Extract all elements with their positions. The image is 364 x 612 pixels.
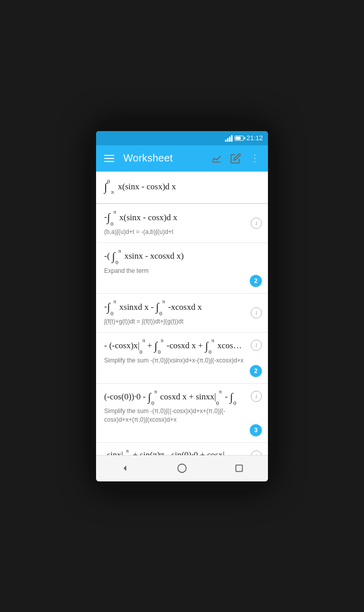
- home-button[interactable]: [169, 458, 195, 478]
- back-icon: [119, 463, 130, 474]
- math-section-5: (-cos(0))·0 - ∫0π cosxd x + sinxx|0π - ∫…: [96, 384, 268, 443]
- math-hint-4: Simplify the sum -(π,0)∫(xsinx)d+x-(π,0)…: [104, 356, 246, 365]
- step-badge-2: 2: [250, 275, 262, 287]
- app-bar-actions: [210, 152, 261, 165]
- more-icon: [249, 153, 260, 164]
- app-bar: Worksheet: [96, 145, 268, 172]
- math-section-3: -∫0π xsinxd x - ∫0π -xcosxd x ∫(f(t)+g(t…: [96, 294, 268, 333]
- math-expr-6: -sinx|0π + sin(π)π - sin(0)·0 + cosx|: [104, 449, 246, 455]
- chart-button[interactable]: [210, 152, 222, 165]
- math-expr-2: -( ∫0π xsinx - xcosxd x): [104, 249, 246, 265]
- math-expr-1: -∫0π x(sinx - cosx)d x: [104, 210, 246, 226]
- math-hint-5: Simplify the sum -(π,0)∫((-cosx)x)d+x+(π…: [104, 407, 246, 424]
- more-button[interactable]: [249, 152, 261, 165]
- math-hint-3: ∫(f(t)+g(t))dt = ∫(f(t))dt+∫(g(t))dt: [104, 317, 246, 326]
- info-button-3[interactable]: i: [251, 307, 262, 318]
- math-expr-4: - (-cosx)x|0π + ∫0π -cosxd x + ∫0π xcos…: [104, 339, 246, 354]
- edit-icon: [230, 153, 241, 164]
- math-hint-1: (b,a)∫(u)d+t = -(a,b)∫(u)d+t: [104, 228, 246, 236]
- math-hint-2: Expand the term: [104, 267, 246, 275]
- svg-point-5: [178, 464, 187, 473]
- recent-icon: [234, 463, 245, 474]
- info-button-4[interactable]: i: [251, 340, 262, 351]
- hamburger-icon: [104, 155, 114, 162]
- phone-screen: 21:12 Worksheet: [96, 131, 268, 481]
- status-bar: 21:12: [96, 131, 268, 145]
- phone-shell: 21:12 Worksheet: [91, 122, 273, 491]
- home-icon: [176, 463, 188, 474]
- math-section-2: -( ∫0π xsinx - xcosxd x) Expand the term…: [96, 243, 268, 294]
- status-icons: [225, 135, 244, 142]
- step-badge-4: 2: [250, 365, 262, 377]
- math-section-1: -∫0π x(sinx - cosx)d x (b,a)∫(u)d+t = -(…: [96, 204, 268, 243]
- math-expr-0: ∫0π x(sinx - cosx)d x: [104, 180, 260, 195]
- info-button-5[interactable]: i: [251, 391, 262, 402]
- signal-icon: [225, 135, 233, 142]
- nav-bar: [96, 455, 268, 481]
- math-section-4: - (-cosx)x|0π + ∫0π -cosxd x + ∫0π xcos……: [96, 333, 268, 384]
- svg-point-3: [254, 161, 255, 162]
- info-button-1[interactable]: i: [251, 218, 262, 229]
- svg-point-1: [254, 154, 255, 155]
- math-expr-3: -∫0π xsinxd x - ∫0π -xcosxd x: [104, 300, 246, 315]
- battery-icon: [235, 136, 244, 141]
- math-expr-5: (-cos(0))·0 - ∫0π cosxd x + sinxx|0π - ∫…: [104, 390, 246, 405]
- step-badge-5: 3: [250, 424, 262, 436]
- svg-point-2: [254, 158, 255, 159]
- recent-button[interactable]: [226, 458, 252, 478]
- math-section-0: ∫0π x(sinx - cosx)d x: [96, 172, 268, 205]
- math-section-6: -sinx|0π + sin(π)π - sin(0)·0 + cosx| i: [96, 443, 268, 455]
- status-time: 21:12: [246, 134, 263, 142]
- info-button-6[interactable]: i: [251, 451, 262, 455]
- app-title: Worksheet: [123, 152, 202, 164]
- edit-button[interactable]: [230, 152, 242, 165]
- content-area[interactable]: ∫0π x(sinx - cosx)d x -∫0π x(sinx - cosx…: [96, 172, 268, 455]
- back-button[interactable]: [112, 458, 138, 478]
- hamburger-button[interactable]: [103, 152, 115, 165]
- svg-rect-6: [236, 465, 243, 472]
- svg-marker-4: [123, 466, 126, 471]
- chart-icon: [211, 153, 222, 164]
